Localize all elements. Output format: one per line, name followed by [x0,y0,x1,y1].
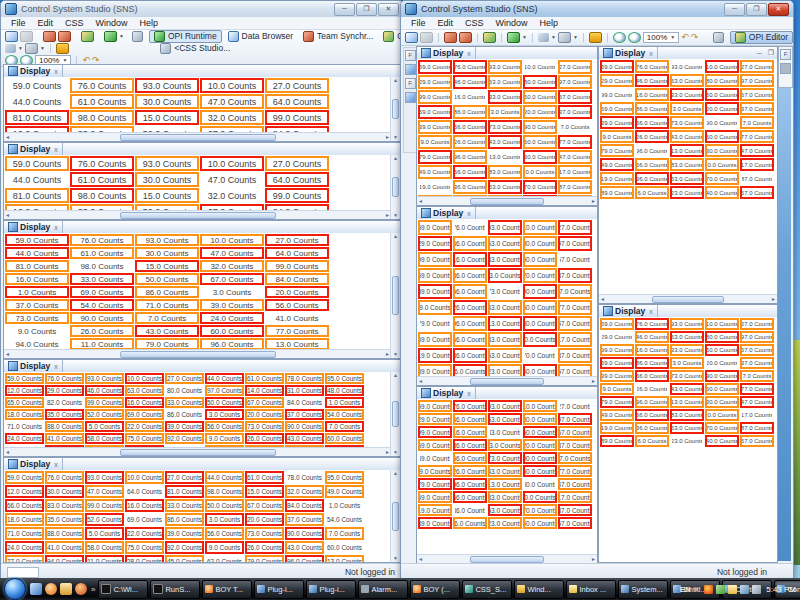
scrollbar-thumb[interactable] [652,296,724,303]
taskbar-button[interactable]: Wind... [514,580,564,599]
external-tools-icon[interactable] [58,31,71,42]
display-icon[interactable] [405,64,416,75]
close-icon[interactable]: x [649,308,653,315]
volume-icon[interactable] [752,585,761,594]
maximize-button[interactable]: ❐ [356,3,377,16]
close-icon[interactable]: x [54,461,58,468]
mail-tray-icon[interactable] [728,585,737,594]
layers-icon[interactable] [538,33,549,42]
scroll-down-icon[interactable]: ▼ [393,556,398,561]
scrollbar-thumb[interactable] [470,556,543,563]
forward-icon[interactable]: ↷ [691,33,699,42]
external-tools-icon[interactable] [459,32,472,43]
scroll-down-icon[interactable]: ▼ [393,352,398,357]
view-tab-display[interactable]: Displayx [4,458,63,470]
align-icon[interactable] [25,43,38,54]
new-wizard-icon[interactable] [405,32,418,43]
close-icon[interactable]: x [54,146,58,153]
restore-view-icon[interactable]: F [405,78,416,89]
scroll-left-icon[interactable]: ◄ [600,297,605,302]
horizontal-scrollbar[interactable]: ◄► [417,376,597,385]
save-icon[interactable] [420,32,433,43]
menu-file[interactable]: File [405,18,432,28]
view-tab-display[interactable]: Displayx [4,221,63,233]
scroll-right-icon[interactable]: ► [591,379,596,384]
view-tab-display[interactable]: Displayx [417,387,476,399]
restore-view-icon[interactable]: F [780,49,791,60]
taskbar-button[interactable]: System... [618,580,668,599]
scrollbar-thumb[interactable] [392,276,399,315]
scroll-up-icon[interactable]: ▲ [393,156,398,161]
run-dropdown-icon[interactable]: ▼ [119,33,124,39]
close-button[interactable]: ✕ [378,3,399,16]
language-indicator[interactable]: EN [680,585,691,594]
taskbar-button[interactable]: Plug-i... [254,580,304,599]
close-icon[interactable]: x [54,68,58,75]
vertical-scrollbar[interactable]: ▲▼ [390,233,400,358]
run-icon[interactable] [507,32,520,43]
scroll-up-icon[interactable]: ▲ [393,471,398,476]
display-view-5[interactable]: Displayx59.0 Counts76.0 Counts93.0 Count… [3,457,401,563]
save-icon[interactable] [20,31,33,42]
scrollbar-thumb[interactable] [392,502,399,531]
run-icon[interactable] [104,31,117,42]
menu-help[interactable]: Help [134,18,165,28]
display-view-c[interactable]: Displayx59.0 Counts76.0 Counts93.0 Count… [416,386,598,564]
palette-icon[interactable] [81,31,94,42]
minimize-view-icon[interactable]: ─ [754,50,765,57]
perspective-bar-icon[interactable] [709,32,728,43]
scroll-right-icon[interactable]: ► [771,297,776,302]
maximize-button[interactable]: ❐ [746,3,767,16]
zoom-level-combo[interactable]: 100%▼ [643,32,679,43]
scrollbar-thumb[interactable] [392,99,399,120]
scroll-up-icon[interactable]: ▲ [393,373,398,378]
view-tab-display[interactable]: Displayx [599,47,658,59]
display-view-1[interactable]: Displayx59.0 Counts76.0 Counts93.0 Count… [3,64,401,142]
start-button[interactable] [4,578,26,600]
perspective-opi-runtime[interactable]: OPI Runtime [149,30,222,43]
back-icon[interactable]: ↶ [681,33,689,42]
display-view-e[interactable]: Displayx59.0 Counts76.0 Counts93.0 Count… [598,304,778,563]
scroll-down-icon[interactable]: ▼ [393,213,398,218]
scroll-left-icon[interactable]: ◄ [5,352,10,357]
scrollbar-thumb[interactable] [120,449,276,456]
close-icon[interactable]: x [467,50,471,57]
display-view-4[interactable]: Displayx59.0 Counts76.0 Counts93.0 Count… [3,359,401,457]
taskbar-button[interactable]: BOY (... [410,580,460,599]
taskbar-button[interactable]: Plug-i... [306,580,356,599]
horizontal-scrollbar[interactable]: ◄► [4,210,391,219]
titlebar[interactable]: Control System Studio (SNS) ─ ❐ ✕ [1,1,403,17]
horizontal-scrollbar[interactable]: ◄► [417,554,597,563]
scrollbar-thumb[interactable] [120,134,276,141]
scroll-right-icon[interactable]: ► [591,557,596,562]
window-css-sns[interactable]: Control System Studio (SNS) ─ ❐ ✕ FileEd… [0,0,404,580]
network-icon[interactable] [740,585,749,594]
menu-css[interactable]: CSS [59,18,90,28]
firefox-icon[interactable] [45,583,57,595]
horizontal-scrollbar[interactable]: ◄► [4,447,391,456]
zoom-in-icon[interactable] [613,32,626,43]
horizontal-scrollbar[interactable]: ◄► [599,294,777,303]
horizontal-scrollbar[interactable]: ◄► [4,349,391,358]
view-tab-display[interactable]: Displayx [4,65,63,77]
new-wizard-icon[interactable] [5,31,18,42]
menu-help[interactable]: Help [534,18,565,28]
vertical-scrollbar[interactable]: ▲▼ [390,470,400,562]
palette-icon[interactable] [483,32,496,43]
titlebar[interactable]: Control System Studio (SNS) ─ ❐ ✕ [401,1,793,17]
perspective-data-browser[interactable]: Data Browser [224,31,298,42]
debug-icon[interactable] [444,32,457,43]
perspective-opi-editor[interactable]: OPI Editor [730,31,793,44]
scroll-up-icon[interactable]: ▲ [393,78,398,83]
restore-view-icon[interactable]: F [405,50,416,61]
scrollbar-thumb[interactable] [120,351,276,358]
browser-icon[interactable] [75,583,87,595]
scroll-left-icon[interactable]: ◄ [5,135,10,140]
horizontal-scrollbar[interactable]: ◄► [4,132,391,141]
quick-launch-chevron-icon[interactable]: » [91,585,95,594]
tray-chevron-icon[interactable]: « [694,585,698,594]
close-icon[interactable]: x [54,224,58,231]
view-tab-display[interactable]: Displayx [417,207,476,219]
vertical-scrollbar[interactable]: ▲▼ [390,77,400,141]
scroll-up-icon[interactable]: ▲ [393,234,398,239]
